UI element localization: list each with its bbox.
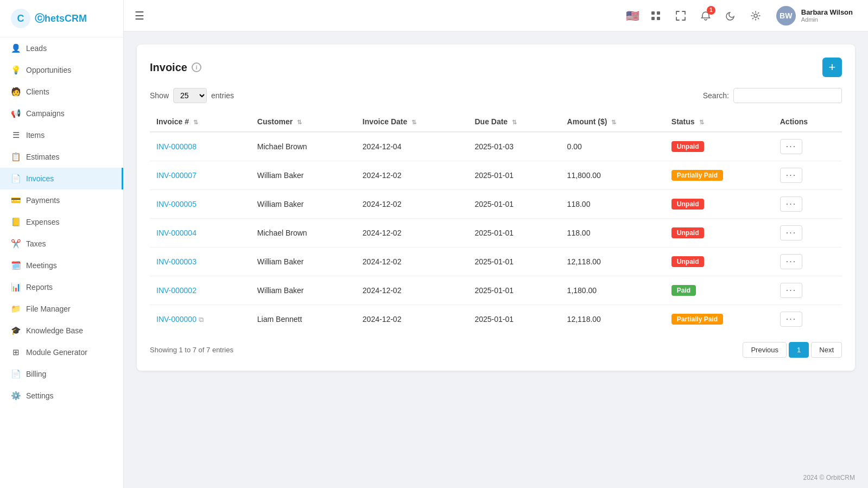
actions-cell: ··· — [774, 219, 842, 248]
entries-per-page-select[interactable]: 102550100 — [173, 88, 207, 103]
actions-cell: ··· — [774, 305, 842, 334]
col-due_date[interactable]: Due Date ⇅ — [468, 112, 560, 132]
status-cell: Paid — [665, 276, 774, 305]
sidebar-item-meetings[interactable]: 🗓️ Meetings — [0, 255, 123, 276]
sidebar-item-label: Reports — [26, 283, 53, 291]
sidebar-item-module-generator[interactable]: ⊞ Module Generator — [0, 341, 123, 363]
copy-icon[interactable]: ⧉ — [199, 315, 204, 324]
due-date-cell: 2025-01-01 — [468, 161, 560, 190]
add-invoice-button[interactable]: + — [822, 58, 842, 77]
actions-button[interactable]: ··· — [780, 283, 802, 298]
sidebar-item-taxes[interactable]: ✂️ Taxes — [0, 233, 123, 255]
language-selector[interactable]: 🇺🇸 — [626, 9, 639, 22]
sidebar-item-file-manager[interactable]: 📁 File Manager — [0, 298, 123, 320]
amount-cell: 0.00 — [561, 132, 665, 161]
table-row: INV-000007William Baker2024-12-022025-01… — [150, 161, 842, 190]
user-profile-button[interactable]: BW Barbara Wilson Admin — [772, 4, 857, 28]
col-invoice_num[interactable]: Invoice # ⇅ — [150, 112, 251, 132]
status-badge: Unpaid — [671, 256, 705, 267]
sidebar-item-label: Campaigns — [26, 109, 65, 118]
table-row: INV-000000⧉Liam Bennett2024-12-022025-01… — [150, 305, 842, 334]
status-badge: Unpaid — [671, 141, 705, 152]
menu-toggle-button[interactable]: ☰ — [135, 10, 144, 22]
invoice-link[interactable]: INV-000004 — [156, 229, 197, 237]
sidebar-item-label: Invoices — [26, 174, 54, 183]
sidebar-item-label: Opportunities — [26, 66, 71, 74]
status-badge: Unpaid — [671, 227, 705, 238]
due-date-cell: 2025-01-01 — [468, 190, 560, 219]
invoice-link[interactable]: INV-000008 — [156, 142, 197, 151]
billing-icon: 📄 — [11, 369, 21, 379]
page-1-button[interactable]: 1 — [789, 342, 809, 358]
customer-cell: Michael Brown — [251, 132, 356, 161]
table-header-row: Invoice # ⇅Customer ⇅Invoice Date ⇅Due D… — [150, 112, 842, 132]
next-button[interactable]: Next — [811, 342, 842, 358]
topbar: ☰ 🇺🇸 1 — [124, 0, 868, 31]
invoice-number-cell: INV-000008 — [150, 132, 251, 161]
sidebar-item-label: Taxes — [26, 239, 46, 248]
meetings-icon: 🗓️ — [11, 261, 21, 270]
col-customer[interactable]: Customer ⇅ — [251, 112, 356, 132]
previous-button[interactable]: Previous — [743, 342, 787, 358]
logo[interactable]: C ⓒhetsCRM — [0, 0, 123, 37]
module-generator-icon: ⊞ — [11, 347, 21, 357]
actions-button[interactable]: ··· — [780, 225, 802, 240]
customer-cell: Michael Brown — [251, 219, 356, 248]
fullscreen-icon-button[interactable] — [672, 7, 689, 24]
due-date-cell: 2025-01-01 — [468, 248, 560, 276]
invoice-link[interactable]: INV-000005 — [156, 200, 197, 208]
dark-mode-icon-button[interactable] — [722, 7, 739, 24]
sidebar-item-payments[interactable]: 💳 Payments — [0, 189, 123, 211]
svg-rect-3 — [657, 11, 660, 15]
actions-button[interactable]: ··· — [780, 197, 802, 212]
status-cell: Partially Paid — [665, 305, 774, 334]
invoice-date-cell: 2024-12-02 — [356, 219, 468, 248]
invoice-link[interactable]: INV-000002 — [156, 286, 197, 295]
main-area: ☰ 🇺🇸 1 — [124, 0, 868, 488]
invoice-link[interactable]: INV-000003 — [156, 257, 197, 266]
invoices-table: Invoice # ⇅Customer ⇅Invoice Date ⇅Due D… — [150, 112, 842, 333]
sidebar-item-knowledge-base[interactable]: 🎓 Knowledge Base — [0, 320, 123, 341]
info-icon[interactable]: i — [192, 62, 201, 72]
sidebar-item-opportunities[interactable]: 💡 Opportunities — [0, 59, 123, 81]
customer-cell: William Baker — [251, 190, 356, 219]
actions-button[interactable]: ··· — [780, 254, 802, 269]
actions-button[interactable]: ··· — [780, 168, 802, 183]
sidebar-item-expenses[interactable]: 📒 Expenses — [0, 211, 123, 233]
sidebar-item-clients[interactable]: 🧑 Clients — [0, 81, 123, 103]
sidebar-item-settings[interactable]: ⚙️ Settings — [0, 385, 123, 407]
customer-cell: Liam Bennett — [251, 305, 356, 334]
sidebar-item-estimates[interactable]: 📋 Estimates — [0, 146, 123, 168]
sidebar-item-reports[interactable]: 📊 Reports — [0, 276, 123, 298]
actions-cell: ··· — [774, 248, 842, 276]
sidebar-item-invoices[interactable]: 📄 Invoices — [0, 168, 123, 189]
user-name: Barbara Wilson — [801, 8, 853, 16]
actions-button[interactable]: ··· — [780, 312, 802, 327]
invoice-number-cell: INV-000004 — [150, 219, 251, 248]
invoice-number-cell: INV-000005 — [150, 190, 251, 219]
customer-cell: William Baker — [251, 248, 356, 276]
apps-icon-button[interactable] — [647, 7, 664, 24]
col-amount[interactable]: Amount ($) ⇅ — [561, 112, 665, 132]
col-invoice_date[interactable]: Invoice Date ⇅ — [356, 112, 468, 132]
status-cell: Unpaid — [665, 190, 774, 219]
table-row: INV-000003William Baker2024-12-022025-01… — [150, 248, 842, 276]
page-title: Invoice — [150, 61, 187, 74]
invoice-link[interactable]: INV-000007 — [156, 171, 197, 180]
sidebar-item-items[interactable]: ☰ Items — [0, 124, 123, 146]
sidebar-item-billing[interactable]: 📄 Billing — [0, 363, 123, 385]
settings-icon-button[interactable] — [747, 7, 764, 24]
knowledge-base-icon: 🎓 — [11, 326, 21, 335]
sidebar-item-label: Billing — [26, 370, 46, 378]
nav-menu: 👤 Leads💡 Opportunities🧑 Clients📢 Campaig… — [0, 37, 123, 407]
user-role: Admin — [801, 16, 853, 23]
sidebar-item-campaigns[interactable]: 📢 Campaigns — [0, 103, 123, 124]
notifications-icon-button[interactable]: 1 — [697, 7, 714, 24]
search-input[interactable] — [733, 88, 842, 103]
invoice-link[interactable]: INV-000000 — [156, 315, 197, 324]
col-status[interactable]: Status ⇅ — [665, 112, 774, 132]
table-row: INV-000002William Baker2024-12-022025-01… — [150, 276, 842, 305]
sidebar-item-leads[interactable]: 👤 Leads — [0, 37, 123, 59]
sidebar-item-label: Leads — [26, 44, 47, 53]
actions-button[interactable]: ··· — [780, 139, 802, 154]
